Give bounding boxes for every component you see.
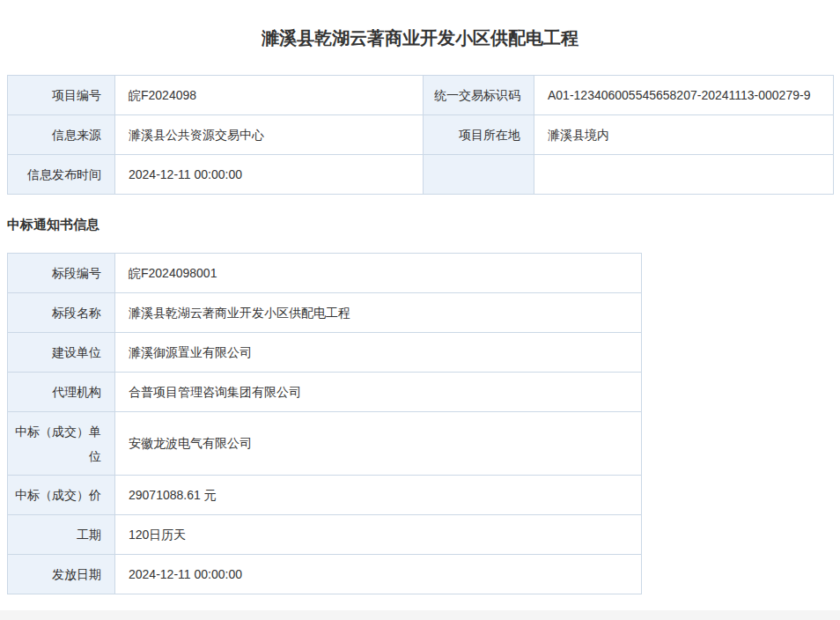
field-value-duration: 120日历天 [115, 515, 642, 555]
field-label-empty [424, 155, 534, 195]
table-row: 标段编号 皖F2024098001 [8, 254, 642, 293]
field-label-info-source: 信息来源 [8, 115, 115, 155]
field-value-issue-date: 2024-12-11 00:00:00 [115, 555, 642, 594]
field-label-duration: 工期 [8, 515, 115, 555]
table-row: 发放日期 2024-12-11 00:00:00 [8, 555, 642, 594]
field-label-publish-time: 信息发布时间 [8, 155, 115, 195]
field-value-winning-price: 29071088.61 元 [115, 476, 642, 515]
field-value-construction-unit: 濉溪御源置业有限公司 [115, 333, 642, 373]
field-label-project-location: 项目所在地 [424, 115, 534, 155]
field-label-section-number: 标段编号 [8, 254, 115, 293]
table-row: 信息发布时间 2024-12-11 00:00:00 [8, 155, 834, 195]
table-row: 项目编号 皖F2024098 统一交易标识码 A01-1234060055456… [8, 76, 834, 115]
field-label-section-name: 标段名称 [8, 293, 115, 333]
table-row: 中标（成交）单位 安徽龙波电气有限公司 [8, 412, 642, 476]
page-title: 濉溪县乾湖云著商业开发小区供配电工程 [7, 0, 833, 51]
field-label-construction-unit: 建设单位 [8, 333, 115, 373]
table-row: 信息来源 濉溪县公共资源交易中心 项目所在地 濉溪县境内 [8, 115, 834, 155]
field-value-winning-bidder: 安徽龙波电气有限公司 [115, 412, 642, 476]
field-label-issue-date: 发放日期 [8, 555, 115, 594]
table-row: 标段名称 濉溪县乾湖云著商业开发小区供配电工程 [8, 293, 642, 333]
field-label-winning-bidder: 中标（成交）单位 [8, 412, 115, 476]
field-label-transaction-id: 统一交易标识码 [424, 76, 534, 115]
field-value-info-source: 濉溪县公共资源交易中心 [115, 115, 424, 155]
bid-notice-page: 濉溪县乾湖云著商业开发小区供配电工程 项目编号 皖F2024098 统一交易标识… [0, 0, 840, 594]
field-value-transaction-id: A01-123406005545658207-20241113-000279-9 [534, 76, 834, 115]
award-notice-table: 标段编号 皖F2024098001 标段名称 濉溪县乾湖云著商业开发小区供配电工… [7, 253, 642, 594]
field-label-agency: 代理机构 [8, 373, 115, 412]
field-value-agency: 合普项目管理咨询集团有限公司 [115, 373, 642, 412]
field-value-section-name: 濉溪县乾湖云著商业开发小区供配电工程 [115, 293, 642, 333]
field-value-section-number: 皖F2024098001 [115, 254, 642, 293]
field-label-project-number: 项目编号 [8, 76, 115, 115]
field-value-project-location: 濉溪县境内 [534, 115, 834, 155]
field-value-publish-time: 2024-12-11 00:00:00 [115, 155, 424, 195]
table-row: 中标（成交）价 29071088.61 元 [8, 476, 642, 515]
field-value-empty [534, 155, 834, 195]
field-label-winning-price: 中标（成交）价 [8, 476, 115, 515]
project-info-table: 项目编号 皖F2024098 统一交易标识码 A01-1234060055456… [7, 75, 834, 195]
table-row: 工期 120日历天 [8, 515, 642, 555]
table-row: 建设单位 濉溪御源置业有限公司 [8, 333, 642, 373]
section-heading-award-notice: 中标通知书信息 [7, 218, 833, 232]
footer-band [0, 610, 840, 620]
field-value-project-number: 皖F2024098 [115, 76, 424, 115]
table-row: 代理机构 合普项目管理咨询集团有限公司 [8, 373, 642, 412]
